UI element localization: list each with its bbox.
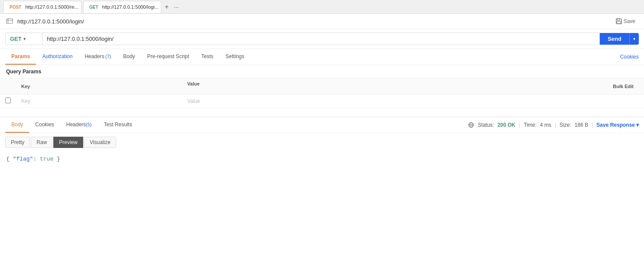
key-col-header: Key xyxy=(16,79,182,95)
method-value: GET xyxy=(10,36,22,42)
send-dropdown-button[interactable]: ▾ xyxy=(629,33,639,45)
tab-params[interactable]: Params xyxy=(5,49,36,65)
address-icon xyxy=(5,17,14,26)
tab-prerequest[interactable]: Pre-request Script xyxy=(141,49,195,65)
save-label: Save xyxy=(624,18,635,24)
resp-tab-cookies-label: Cookies xyxy=(35,122,54,128)
more-tabs-button[interactable]: ··· xyxy=(172,3,181,10)
save-response-button[interactable]: Save Response ▾ xyxy=(596,122,639,128)
resp-tab-body-label: Body xyxy=(11,122,23,128)
json-close-brace: } xyxy=(53,156,60,162)
status-value: 200 OK xyxy=(498,122,515,128)
tab-params-label: Params xyxy=(11,53,30,59)
send-button[interactable]: Send xyxy=(600,33,629,45)
resp-tab-headers-label: Headers xyxy=(66,122,86,128)
save-button[interactable]: Save xyxy=(612,16,639,26)
json-value: true xyxy=(40,156,53,162)
tab-settings-label: Settings xyxy=(225,53,244,59)
value-col-header: Value Bulk Edit xyxy=(182,79,644,95)
response-tabs-bar: Body Cookies Headers(5) Test Results Sta… xyxy=(0,117,644,133)
tab-settings[interactable]: Settings xyxy=(219,49,250,65)
method-chevron-icon: ▾ xyxy=(23,36,26,41)
response-section: Body Cookies Headers(5) Test Results Sta… xyxy=(0,117,644,167)
tab-tests[interactable]: Tests xyxy=(195,49,219,65)
tab-authorization[interactable]: Authorization xyxy=(36,49,78,65)
tab-headers-label: Headers xyxy=(85,53,104,59)
table-row: Key Value xyxy=(0,95,644,108)
tab-headers[interactable]: Headers(7) xyxy=(78,49,117,65)
json-open-brace: { xyxy=(6,156,13,162)
get-method-badge: GET xyxy=(88,4,100,10)
row-checkbox[interactable] xyxy=(5,98,11,103)
time-label: Time: xyxy=(524,122,537,128)
browser-tab-get[interactable]: GET http://127.0.0.1:5000/logi... xyxy=(83,1,161,13)
address-bar: http://127.0.0.1:5000/login/ Save xyxy=(0,14,644,29)
get-tab-url: http://127.0.0.1:5000/logi... xyxy=(102,4,159,10)
request-bar: GET ▾ Send ▾ xyxy=(0,29,644,49)
row-checkbox-cell xyxy=(0,95,16,108)
method-selector[interactable]: GET ▾ xyxy=(5,33,42,45)
time-value: 4 ms xyxy=(540,122,551,128)
size-value: 186 B xyxy=(575,122,588,128)
url-input[interactable] xyxy=(42,33,600,45)
resp-tab-body[interactable]: Body xyxy=(5,117,29,133)
tab-prerequest-label: Pre-request Script xyxy=(147,53,189,59)
tab-body[interactable]: Body xyxy=(117,49,141,65)
headers-badge: (7) xyxy=(105,54,111,59)
resp-tab-test-results[interactable]: Test Results xyxy=(98,117,138,133)
tab-body-label: Body xyxy=(123,53,135,59)
checkbox-col-header xyxy=(0,79,16,95)
resp-tab-test-results-label: Test Results xyxy=(104,122,132,128)
save-response-chevron-icon: ▾ xyxy=(636,122,639,128)
browser-tab-bar: POST http://127.0.0.1:5000/re... GET htt… xyxy=(0,0,644,14)
resp-tab-cookies[interactable]: Cookies xyxy=(29,117,60,133)
row-value-cell[interactable]: Value xyxy=(182,95,644,108)
view-tab-pretty[interactable]: Pretty xyxy=(5,137,30,148)
browser-tab-post[interactable]: POST http://127.0.0.1:5000/re... xyxy=(3,1,81,13)
globe-icon xyxy=(468,122,475,128)
value-placeholder: Value xyxy=(187,98,200,104)
post-method-badge: POST xyxy=(8,4,23,10)
query-params-title: Query Params xyxy=(0,65,644,78)
view-tab-preview[interactable]: Preview xyxy=(53,137,83,148)
size-label: Size: xyxy=(559,122,571,128)
address-url: http://127.0.0.1:5000/login/ xyxy=(17,18,609,25)
query-params-section: Query Params Key Value Bulk Edit Key xyxy=(0,65,644,108)
send-button-group: Send ▾ xyxy=(600,33,639,45)
response-view-tabs: Pretty Raw Preview Visualize xyxy=(0,133,644,151)
json-colon: : xyxy=(33,156,40,162)
status-label: Status: xyxy=(478,122,494,128)
json-key: "flag" xyxy=(13,156,33,162)
resp-tab-headers[interactable]: Headers(5) xyxy=(60,117,98,133)
tab-authorization-label: Authorization xyxy=(42,53,72,59)
tab-tests-label: Tests xyxy=(201,53,213,59)
row-key-cell[interactable]: Key xyxy=(16,95,182,108)
view-tab-visualize[interactable]: Visualize xyxy=(84,137,116,148)
svg-rect-5 xyxy=(617,21,621,23)
key-placeholder: Key xyxy=(21,98,30,104)
add-tab-button[interactable]: + xyxy=(163,3,170,11)
params-table: Key Value Bulk Edit Key Value xyxy=(0,78,644,108)
response-body: { "flag": true } xyxy=(0,151,644,167)
bulk-edit-button[interactable]: Bulk Edit xyxy=(608,81,639,92)
svg-rect-0 xyxy=(7,19,13,23)
response-meta: Status: 200 OK | Time: 4 ms | Size: 186 … xyxy=(468,122,639,128)
view-tab-raw[interactable]: Raw xyxy=(31,137,52,148)
resp-headers-badge: (5) xyxy=(86,122,91,127)
post-tab-url: http://127.0.0.1:5000/re... xyxy=(25,4,78,10)
save-response-label: Save Response xyxy=(596,122,635,128)
cookies-link[interactable]: Cookies xyxy=(620,54,639,60)
request-tabs: Params Authorization Headers(7) Body Pre… xyxy=(0,49,644,65)
